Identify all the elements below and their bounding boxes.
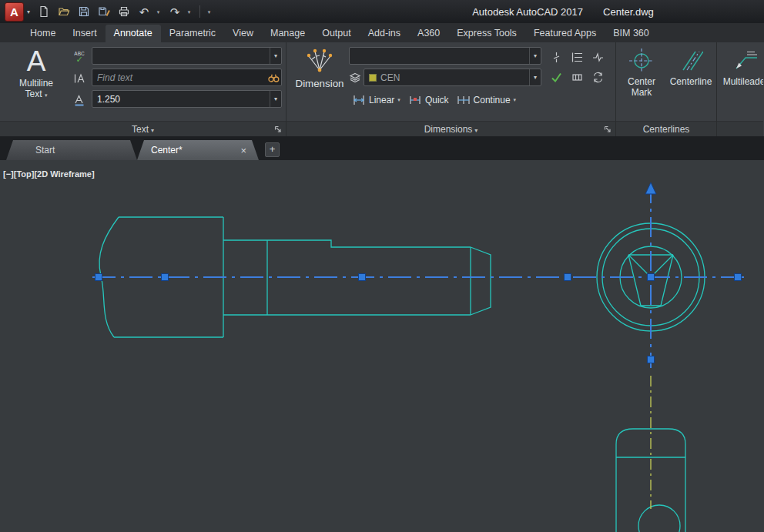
file-tab-start[interactable]: Start: [6, 140, 137, 160]
text-dialog-launcher-icon[interactable]: [274, 125, 282, 133]
ribbon-tab-view[interactable]: View: [224, 25, 262, 42]
continue-dimension-button[interactable]: Continue ▾: [454, 92, 520, 109]
viewport-view-control[interactable]: [Top]: [14, 169, 35, 179]
check-spelling-button[interactable]: ABC ✓: [70, 47, 89, 66]
plot-button[interactable]: [115, 2, 133, 21]
tolerance-button[interactable]: [567, 67, 588, 87]
redo-button[interactable]: ↷: [166, 2, 184, 21]
dimension-break-button[interactable]: [546, 47, 567, 67]
viewport-minimize-control[interactable]: [−]: [3, 169, 14, 179]
text-panel-footer: Text▾: [0, 121, 286, 136]
multileader-icon: [732, 48, 759, 74]
adjust-space-button[interactable]: [567, 47, 588, 67]
ribbon-tab-annotate[interactable]: Annotate: [106, 25, 161, 42]
multiline-text-button[interactable]: A Multiline Text ▾: [4, 45, 69, 121]
application-menu-arrow-icon[interactable]: ▾: [27, 8, 30, 15]
text-style-icon: [73, 94, 85, 106]
multiline-text-label-1: Multiline: [19, 78, 53, 89]
find-replace-tool-button[interactable]: [70, 69, 89, 88]
ribbon-tab-addins[interactable]: Add-ins: [360, 25, 409, 42]
open-file-button[interactable]: [55, 2, 73, 21]
text-style-combo[interactable]: ▾: [92, 47, 282, 65]
new-drawing-tab-button[interactable]: +: [265, 142, 280, 157]
drawing-area[interactable]: [−][Top][2D Wireframe]: [0, 160, 764, 532]
dimension-style-combo[interactable]: ▾: [349, 47, 541, 65]
ribbon-tab-output[interactable]: Output: [313, 25, 360, 42]
save-button[interactable]: [75, 2, 93, 21]
centerlines-panel-label[interactable]: Centerlines: [643, 124, 690, 135]
grip-arrow-up[interactable]: [645, 182, 656, 194]
quick-dimension-button[interactable]: Quick: [405, 92, 452, 109]
center-mark-label-2: Mark: [632, 87, 652, 98]
grip-center[interactable]: [648, 274, 655, 281]
multiline-text-dropdown-icon: ▾: [45, 92, 48, 98]
grip[interactable]: [162, 274, 169, 281]
centerline-label: Centerline: [670, 76, 712, 87]
grip[interactable]: [96, 274, 102, 281]
find-text-box: [92, 69, 282, 86]
find-text-input[interactable]: [92, 72, 266, 83]
text-panel-label[interactable]: Text▾: [132, 124, 154, 135]
dimension-layer-combo-arrow-icon: ▾: [529, 69, 541, 85]
linear-dimension-button[interactable]: Linear ▾: [349, 92, 404, 109]
leaders-panel-footer: [717, 121, 763, 136]
text-tools-column: ABC ✓: [70, 47, 90, 121]
ribbon-tab-express-tools[interactable]: Express Tools: [448, 25, 525, 42]
ribbon-tab-a360[interactable]: A360: [409, 25, 448, 42]
centerline-button[interactable]: Centerline: [669, 45, 712, 121]
grip[interactable]: [359, 274, 366, 281]
drawing-svg: [0, 160, 764, 532]
dimension-label: Dimension: [296, 78, 344, 89]
redo-dropdown-button[interactable]: ▾: [186, 2, 195, 21]
multileader-button[interactable]: Multileader: [723, 45, 763, 121]
customize-qat-button[interactable]: ▾: [205, 2, 216, 21]
grip[interactable]: [648, 356, 655, 363]
centerlines-panel-footer: Centerlines: [616, 121, 716, 136]
grip[interactable]: [565, 274, 571, 281]
viewport-visual-style-control[interactable]: [2D Wireframe]: [34, 169, 94, 179]
open-folder-icon: [58, 5, 70, 18]
find-replace-icon: [73, 72, 85, 85]
dimension-button[interactable]: Dimension: [290, 45, 349, 121]
quick-access-toolbar: ↶ ▾ ↷ ▾ ▾: [35, 2, 216, 21]
text-height-value: 1.250: [92, 94, 270, 105]
text-panel-flyout-icon: ▾: [151, 127, 154, 134]
jog-line-button[interactable]: [588, 47, 608, 67]
center-mark-button[interactable]: Center Mark: [620, 45, 663, 121]
file-tab-close-icon[interactable]: ×: [239, 145, 248, 156]
ribbon-tab-featured-apps[interactable]: Featured Apps: [525, 25, 605, 42]
undo-button[interactable]: ↶: [135, 2, 153, 21]
update-dimension-button[interactable]: [588, 67, 608, 87]
find-text-button[interactable]: [266, 69, 281, 85]
save-as-button[interactable]: [95, 2, 113, 21]
text-height-combo[interactable]: 1.250 ▾: [92, 90, 282, 108]
new-file-button[interactable]: [35, 2, 53, 21]
ribbon-tab-insert[interactable]: Insert: [64, 25, 105, 42]
grip[interactable]: [735, 274, 742, 281]
ribbon-tab-home[interactable]: Home: [22, 25, 64, 42]
dimensions-panel-footer: Dimensions▾: [286, 121, 615, 136]
file-tab-center[interactable]: Center* ×: [137, 140, 259, 160]
centerlines-panel: Center Mark Centerline Centerli: [616, 42, 717, 136]
grips: [96, 182, 742, 363]
document-title: Center.dwg: [603, 6, 654, 18]
ribbon-tab-manage[interactable]: Manage: [262, 25, 313, 42]
printer-icon: [118, 5, 130, 18]
text-style-tool-button[interactable]: [70, 90, 89, 109]
multiline-text-label-2: Text: [25, 89, 42, 99]
ribbon-tab-parametric[interactable]: Parametric: [161, 25, 224, 42]
text-panel: A Multiline Text ▾ ABC ✓: [0, 42, 286, 136]
text-height-combo-arrow-icon: ▾: [270, 91, 281, 107]
ribbon: A Multiline Text ▾ ABC ✓: [0, 42, 764, 136]
dimensions-dialog-launcher-icon[interactable]: [604, 125, 612, 133]
undo-dropdown-button[interactable]: ▾: [155, 2, 164, 21]
spell-check-icon: ✓: [75, 56, 82, 63]
window-title: Autodesk AutoCAD 2017 Center.dwg: [362, 0, 764, 23]
dimensions-panel-label[interactable]: Dimensions▾: [424, 124, 478, 135]
inspect-dimension-button[interactable]: [546, 67, 567, 87]
dimension-layer-combo[interactable]: CEN ▾: [364, 69, 541, 86]
autocad-logo-button[interactable]: A: [5, 2, 24, 22]
text-style-combo-arrow-icon: ▾: [270, 48, 281, 64]
ribbon-tab-bim360[interactable]: BIM 360: [605, 25, 658, 42]
save-icon: [78, 5, 90, 18]
